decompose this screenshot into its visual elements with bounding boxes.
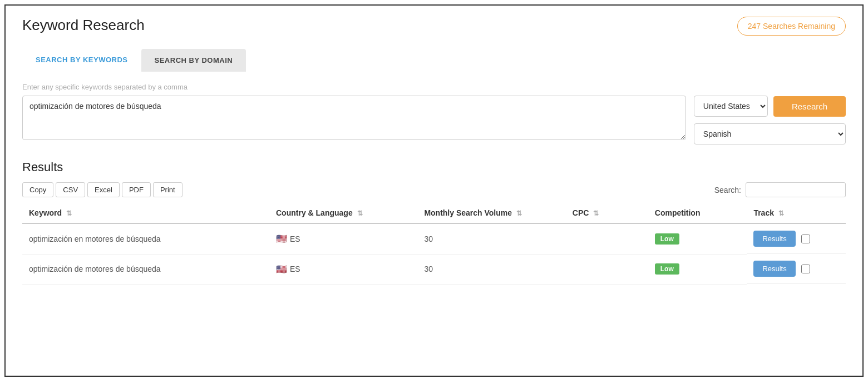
- tabs-container: SEARCH BY KEYWORDS SEARCH BY DOMAIN: [22, 49, 846, 72]
- col-header-competition[interactable]: Competition: [648, 203, 747, 223]
- results-title: Results: [22, 160, 846, 174]
- keyword-input-label: Enter any specific keywords separated by…: [22, 83, 846, 91]
- sort-icon-track: ⇅: [778, 210, 784, 217]
- table-search-label: Search:: [714, 186, 741, 195]
- cell-competition-0: Low: [648, 223, 747, 254]
- right-controls: United States (US) United Kingdom (UK) C…: [694, 96, 846, 144]
- track-checkbox-0[interactable]: [801, 235, 810, 243]
- header-row: Keyword Research 247 Searches Remaining: [22, 17, 846, 36]
- cell-country-1: 🇺🇸 ES: [269, 254, 417, 284]
- col-header-country-language[interactable]: Country & Language ⇅: [269, 203, 417, 223]
- cell-track-1: Results: [747, 254, 846, 284]
- excel-button[interactable]: Excel: [87, 182, 120, 197]
- track-checkbox-1[interactable]: [801, 265, 810, 273]
- table-header-row: Keyword ⇅ Country & Language ⇅ Monthly S…: [22, 203, 846, 223]
- export-buttons: Copy CSV Excel PDF Print: [22, 182, 183, 197]
- results-button-0[interactable]: Results: [753, 231, 795, 247]
- pdf-button[interactable]: PDF: [122, 182, 151, 197]
- sort-icon-country: ⇅: [357, 210, 363, 217]
- flag-lang-0: 🇺🇸 ES: [276, 233, 300, 244]
- col-header-msv[interactable]: Monthly Search Volume ⇅: [417, 203, 565, 223]
- csv-button[interactable]: CSV: [56, 182, 85, 197]
- country-select[interactable]: United States (US) United Kingdom (UK) C…: [694, 96, 768, 117]
- table-toolbar: Copy CSV Excel PDF Print Search:: [22, 182, 846, 197]
- table-row: optimización en motores de búsqueda 🇺🇸 E…: [22, 223, 846, 254]
- copy-button[interactable]: Copy: [22, 182, 53, 197]
- cell-cpc-0: [566, 223, 648, 254]
- col-header-track[interactable]: Track ⇅: [747, 203, 846, 223]
- search-row: optimización de motores de búsqueda Unit…: [22, 96, 846, 144]
- cell-country-0: 🇺🇸 ES: [269, 223, 417, 254]
- keyword-link-1[interactable]: optimización de motores de búsqueda: [29, 265, 161, 273]
- cell-track-0: Results: [747, 224, 846, 254]
- flag-icon-1: 🇺🇸: [276, 264, 287, 275]
- lang-code-1: ES: [290, 265, 300, 273]
- sort-icon-cpc: ⇅: [593, 210, 599, 217]
- col-header-keyword[interactable]: Keyword ⇅: [22, 203, 269, 223]
- cell-msv-1: 30: [417, 254, 565, 284]
- sort-icon-keyword: ⇅: [66, 210, 72, 217]
- keyword-link-0[interactable]: optimización en motores de búsqueda: [29, 235, 161, 243]
- competition-badge-1: Low: [655, 263, 679, 275]
- research-button[interactable]: Research: [773, 96, 846, 117]
- table-row: optimización de motores de búsqueda 🇺🇸 E…: [22, 254, 846, 284]
- cell-competition-1: Low: [648, 254, 747, 284]
- print-button[interactable]: Print: [153, 182, 183, 197]
- cell-msv-0: 30: [417, 223, 565, 254]
- results-button-1[interactable]: Results: [753, 261, 795, 277]
- table-search-area: Search:: [714, 182, 846, 197]
- results-table: Keyword ⇅ Country & Language ⇅ Monthly S…: [22, 203, 846, 285]
- sort-icon-msv: ⇅: [516, 210, 522, 217]
- searches-remaining-badge: 247 Searches Remaining: [737, 17, 846, 36]
- cell-cpc-1: [566, 254, 648, 284]
- lang-code-0: ES: [290, 235, 300, 243]
- table-search-input[interactable]: [746, 182, 846, 197]
- keyword-input[interactable]: optimización de motores de búsqueda: [22, 96, 686, 140]
- cell-keyword-0: optimización en motores de búsqueda: [22, 223, 269, 254]
- language-select[interactable]: Spanish English French German Portuguese: [694, 123, 846, 144]
- flag-lang-1: 🇺🇸 ES: [276, 264, 300, 275]
- col-header-cpc[interactable]: CPC ⇅: [566, 203, 648, 223]
- competition-badge-0: Low: [655, 233, 679, 245]
- page-title: Keyword Research: [22, 17, 145, 34]
- main-container: Keyword Research 247 Searches Remaining …: [4, 4, 864, 377]
- tab-search-by-domain[interactable]: SEARCH BY DOMAIN: [141, 49, 246, 72]
- tab-search-by-keywords[interactable]: SEARCH BY KEYWORDS: [22, 49, 141, 72]
- cell-keyword-1: optimización de motores de búsqueda: [22, 254, 269, 284]
- flag-icon-0: 🇺🇸: [276, 233, 287, 244]
